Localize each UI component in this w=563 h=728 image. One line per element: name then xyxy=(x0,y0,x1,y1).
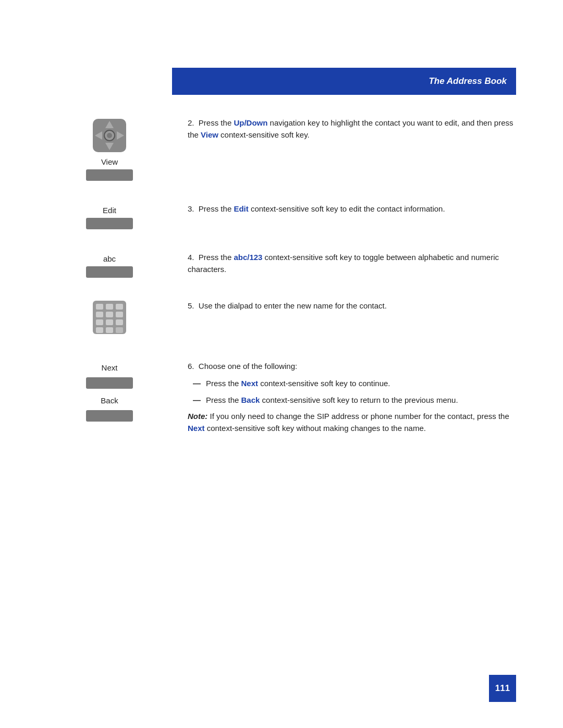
step-3-text: 3. Press the Edit context-sensitive soft… xyxy=(172,201,516,215)
step-6-dash-2: — Press the Back context-sensitive soft … xyxy=(193,394,516,406)
step-2-left: View xyxy=(47,115,172,181)
svg-rect-13 xyxy=(106,312,113,317)
step-6-dash-1-text: Press the Next context-sensitive soft ke… xyxy=(206,377,390,389)
svg-rect-14 xyxy=(116,312,123,317)
view-key-label: View xyxy=(101,157,118,166)
step-6-left: Next Back xyxy=(47,358,172,422)
page-number: 111 xyxy=(495,683,510,694)
back-key-label: Back xyxy=(101,396,118,405)
step-6-note: Note: If you only need to change the SIP… xyxy=(188,410,516,435)
next-soft-key xyxy=(86,377,133,389)
svg-point-7 xyxy=(107,133,112,138)
edit-keyword: Edit xyxy=(234,204,248,213)
step-3-number: 3. xyxy=(188,204,199,213)
step-6-intro: 6. Choose one of the following: xyxy=(188,360,516,372)
back-keyword: Back xyxy=(241,396,260,404)
step-2-text: 2. Press the Up/Down navigation key to h… xyxy=(172,115,516,141)
next-keyword-2: Next xyxy=(188,424,205,433)
dialpad-icon xyxy=(92,300,127,335)
step-3-row: Edit 3. Press the Edit context-sensitive… xyxy=(47,201,516,229)
header-bar: The Address Book xyxy=(172,68,516,95)
step-4-left: abc xyxy=(47,249,172,278)
step-6-dash-1: — Press the Next context-sensitive soft … xyxy=(193,377,516,389)
step-4-row: abc 4. Press the abc/123 context-sensiti… xyxy=(47,249,516,278)
header-title: The Address Book xyxy=(429,76,507,87)
step-5-number: 5. xyxy=(188,301,199,310)
nav-pad-icon xyxy=(91,117,128,154)
step-3-left: Edit xyxy=(47,201,172,229)
edit-key-label: Edit xyxy=(103,206,116,215)
step-6-row: Next Back 6. Choose one of the following… xyxy=(47,358,516,434)
svg-rect-19 xyxy=(106,327,113,333)
note-label: Note: xyxy=(188,412,207,421)
svg-rect-15 xyxy=(96,319,103,325)
view-keyword: View xyxy=(201,130,218,139)
step-5-text: 5. Use the dialpad to enter the new name… xyxy=(172,298,516,312)
svg-rect-16 xyxy=(106,319,113,325)
svg-rect-9 xyxy=(96,304,103,310)
step-4-text: 4. Press the abc/123 context-sensitive s… xyxy=(172,249,516,276)
main-content: View 2. Press the Up/Down navigation key… xyxy=(47,115,516,676)
abc123-keyword: abc/123 xyxy=(234,253,262,262)
abc-soft-key xyxy=(86,266,133,278)
svg-rect-20 xyxy=(116,327,123,333)
svg-rect-18 xyxy=(96,327,103,333)
next-back-keys: Next Back xyxy=(86,360,133,422)
next-key-label: Next xyxy=(102,363,118,372)
svg-rect-12 xyxy=(96,312,103,317)
back-soft-key xyxy=(86,410,133,422)
step-6-dash-2-text: Press the Back context-sensitive soft ke… xyxy=(206,394,458,406)
step-2-number: 2. xyxy=(188,118,199,127)
svg-rect-11 xyxy=(116,304,123,310)
edit-soft-key xyxy=(86,218,133,229)
abc-key-label: abc xyxy=(103,254,116,263)
svg-rect-10 xyxy=(106,304,113,310)
step-6-number: 6. xyxy=(188,362,199,371)
svg-rect-17 xyxy=(116,319,123,325)
next-keyword-1: Next xyxy=(241,379,259,388)
page-number-box: 111 xyxy=(489,675,516,702)
step-2-row: View 2. Press the Up/Down navigation key… xyxy=(47,115,516,181)
updown-keyword: Up/Down xyxy=(234,118,267,127)
step-4-number: 4. xyxy=(188,253,199,262)
step-6-text: 6. Choose one of the following: — Press … xyxy=(172,358,516,434)
view-soft-key xyxy=(86,169,133,181)
step-5-row: 5. Use the dialpad to enter the new name… xyxy=(47,298,516,338)
step-5-left xyxy=(47,298,172,338)
